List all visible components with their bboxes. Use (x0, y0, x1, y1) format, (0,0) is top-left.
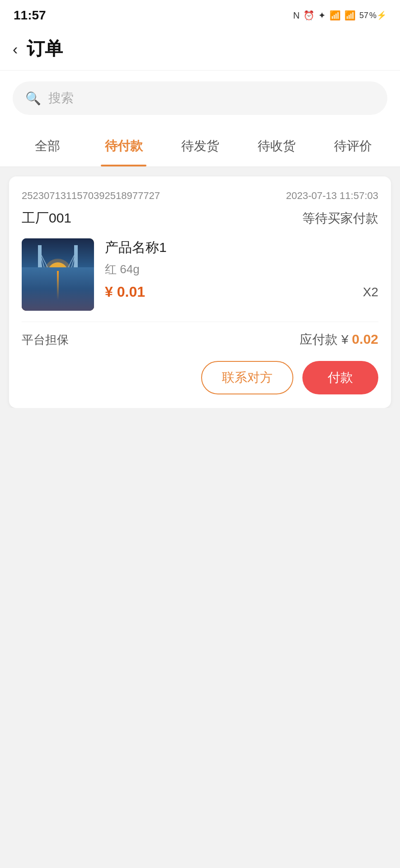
nfc-icon: N (293, 10, 300, 21)
platform-guarantee: 平台担保 (22, 332, 69, 348)
seller-row: 工厂001 等待买家付款 (22, 209, 378, 228)
product-quantity: X2 (363, 285, 378, 299)
divider (22, 322, 378, 322)
tab-pending-review[interactable]: 待评价 (315, 126, 391, 166)
tab-pending-receipt[interactable]: 待收货 (238, 126, 315, 166)
product-info: 产品名称1 红 64g ¥ 0.01 X2 (105, 238, 378, 300)
order-list: 2523071311570392518977727 2023-07-13 11:… (0, 176, 400, 408)
status-time: 11:57 (14, 8, 46, 23)
page-title: 订单 (27, 36, 63, 61)
empty-area (0, 408, 400, 770)
svg-rect-5 (56, 291, 60, 295)
svg-rect-0 (22, 238, 94, 311)
order-header-row: 2523071311570392518977727 2023-07-13 11:… (22, 190, 378, 202)
payment-row: 平台担保 应付款 ¥ 0.02 (22, 331, 378, 348)
search-bar[interactable]: 🔍 搜索 (13, 81, 387, 115)
search-section: 🔍 搜索 (0, 71, 400, 126)
signal-icon: 📶 (344, 10, 356, 21)
order-card: 2523071311570392518977727 2023-07-13 11:… (9, 176, 391, 408)
svg-rect-4 (56, 284, 60, 288)
tab-all[interactable]: 全部 (9, 126, 85, 166)
order-status: 等待买家付款 (302, 210, 378, 227)
amount-due: 应付款 ¥ 0.02 (300, 331, 378, 348)
header: ‹ 订单 (0, 27, 400, 71)
status-icons: N ⏰ ✦ 📶 📶 57%⚡ (293, 10, 387, 21)
bluetooth-icon: ✦ (318, 10, 326, 21)
alarm-icon: ⏰ (303, 10, 315, 21)
svg-rect-6 (56, 298, 60, 303)
product-spec: 红 64g (105, 261, 378, 277)
svg-rect-15 (22, 279, 94, 283)
tabs-section: 全部 待付款 待发货 待收货 待评价 (0, 126, 400, 167)
order-id: 2523071311570392518977727 (22, 190, 160, 202)
wifi-icon: 📶 (329, 10, 341, 21)
back-button[interactable]: ‹ (13, 41, 18, 57)
product-row: 产品名称1 红 64g ¥ 0.01 X2 (22, 238, 378, 311)
tab-pending-payment[interactable]: 待付款 (85, 126, 162, 166)
battery-icon: 57%⚡ (359, 10, 386, 20)
svg-rect-14 (74, 245, 78, 286)
product-name: 产品名称1 (105, 238, 378, 257)
pay-button[interactable]: 付款 (302, 361, 378, 394)
amount-value: 0.02 (352, 332, 378, 346)
search-icon: 🔍 (25, 91, 41, 106)
action-row: 联系对方 付款 (22, 361, 378, 394)
status-bar: 11:57 N ⏰ ✦ 📶 📶 57%⚡ (0, 0, 400, 27)
product-price-row: ¥ 0.01 X2 (105, 284, 378, 300)
svg-point-2 (44, 259, 71, 286)
tab-pending-shipment[interactable]: 待发货 (162, 126, 238, 166)
svg-rect-3 (22, 281, 94, 311)
amount-label: 应付款 ¥ (300, 332, 348, 346)
product-image (22, 238, 94, 311)
search-input[interactable]: 搜索 (48, 90, 74, 107)
svg-rect-10 (38, 245, 42, 286)
product-price: ¥ 0.01 (105, 284, 145, 300)
order-date: 2023-07-13 11:57:03 (286, 190, 378, 202)
seller-name: 工厂001 (22, 209, 71, 228)
contact-button[interactable]: 联系对方 (201, 361, 293, 394)
